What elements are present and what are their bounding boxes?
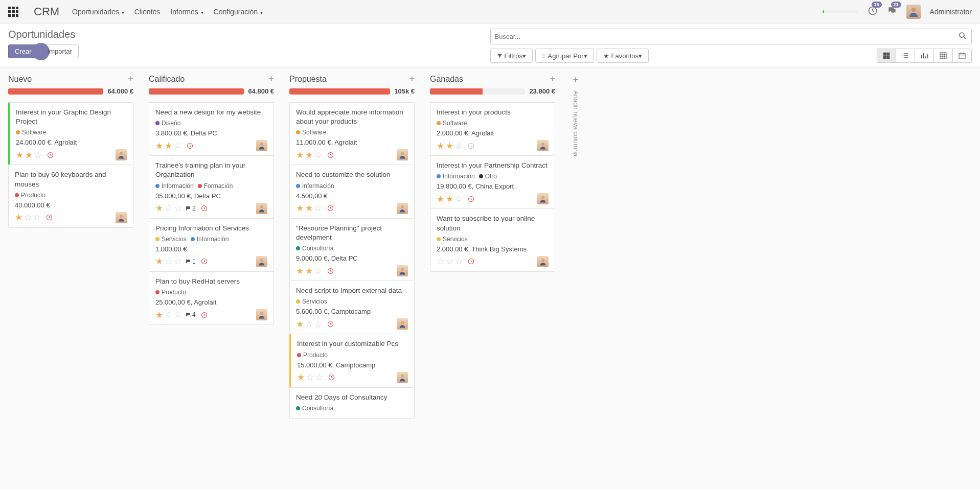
search-input[interactable] bbox=[495, 33, 959, 40]
star-icon[interactable]: ☆ bbox=[24, 213, 32, 222]
view-kanban[interactable] bbox=[877, 49, 896, 63]
kanban-card[interactable]: "Resource Planning" project develpment C… bbox=[289, 218, 415, 281]
star-icon[interactable]: ☆ bbox=[455, 195, 463, 203]
search-box[interactable] bbox=[490, 29, 972, 44]
star-icon[interactable]: ★ bbox=[446, 195, 453, 203]
assignee-avatar[interactable] bbox=[397, 318, 408, 330]
star-icon[interactable]: ★ bbox=[155, 204, 163, 213]
kanban-card[interactable]: Need to customize the solution Informaci… bbox=[289, 165, 415, 218]
add-column-label[interactable]: Añadir nueva columna bbox=[572, 90, 580, 156]
star-icon[interactable]: ☆ bbox=[305, 320, 313, 329]
assignee-avatar[interactable] bbox=[116, 149, 127, 160]
assignee-avatar[interactable] bbox=[397, 203, 408, 214]
star-icon[interactable]: ☆ bbox=[306, 373, 314, 382]
kanban-card[interactable]: Plan to buy 60 keyboards and mouses Prod… bbox=[8, 165, 133, 227]
kanban-card[interactable]: Interest in your Graphic Design Project … bbox=[8, 102, 133, 165]
star-icon[interactable]: ☆ bbox=[446, 257, 453, 266]
view-pivot[interactable] bbox=[933, 49, 953, 63]
star-icon[interactable]: ☆ bbox=[314, 204, 322, 213]
activity-clock-icon[interactable] bbox=[200, 311, 208, 319]
favorites-button[interactable]: ★Favoritos ▾ bbox=[597, 49, 649, 63]
kanban-card[interactable]: Trainee's training plan in your Organiza… bbox=[149, 155, 274, 218]
star-icon[interactable]: ☆ bbox=[174, 257, 181, 266]
menu-item-clientes[interactable]: Clientes bbox=[134, 8, 161, 16]
star-icon[interactable]: ☆ bbox=[314, 320, 322, 329]
star-icon[interactable]: ☆ bbox=[165, 204, 172, 213]
star-icon[interactable]: ★ bbox=[297, 373, 305, 382]
assignee-avatar[interactable] bbox=[256, 140, 267, 151]
assignee-avatar[interactable] bbox=[537, 140, 549, 151]
star-icon[interactable]: ★ bbox=[446, 142, 453, 150]
star-icon[interactable]: ★ bbox=[155, 311, 163, 319]
brand-title[interactable]: CRM bbox=[34, 5, 59, 18]
activity-clock-icon[interactable] bbox=[327, 320, 334, 328]
star-icon[interactable]: ★ bbox=[165, 142, 172, 150]
star-icon[interactable]: ☆ bbox=[33, 213, 41, 222]
star-icon[interactable]: ☆ bbox=[165, 257, 172, 266]
star-icon[interactable]: ☆ bbox=[455, 257, 463, 266]
apps-icon[interactable] bbox=[8, 7, 18, 17]
view-list[interactable] bbox=[896, 49, 915, 63]
activity-clock-icon[interactable] bbox=[327, 267, 334, 275]
add-column-icon[interactable]: + bbox=[573, 75, 579, 85]
column-add-icon[interactable]: + bbox=[550, 74, 555, 84]
column-add-icon[interactable]: + bbox=[128, 74, 133, 84]
assignee-avatar[interactable] bbox=[397, 149, 408, 160]
star-icon[interactable]: ★ bbox=[437, 142, 444, 150]
user-name[interactable]: Administrator bbox=[930, 8, 972, 16]
star-icon[interactable]: ★ bbox=[296, 204, 304, 213]
star-icon[interactable]: ☆ bbox=[174, 311, 181, 319]
menu-item-informes[interactable]: Informes ▾ bbox=[170, 8, 203, 16]
activity-clock-icon[interactable] bbox=[467, 258, 475, 265]
star-icon[interactable]: ★ bbox=[305, 267, 313, 275]
star-icon[interactable]: ★ bbox=[437, 195, 444, 203]
kanban-card[interactable]: Interest in your products Software 2.000… bbox=[430, 102, 555, 156]
star-icon[interactable]: ☆ bbox=[314, 151, 322, 159]
kanban-card[interactable]: Interest in your Partnership Contract In… bbox=[430, 155, 555, 209]
assignee-avatar[interactable] bbox=[116, 212, 127, 223]
star-icon[interactable]: ★ bbox=[155, 142, 163, 150]
search-icon[interactable] bbox=[958, 31, 967, 42]
star-icon[interactable]: ★ bbox=[155, 257, 163, 266]
assignee-avatar[interactable] bbox=[537, 193, 549, 204]
star-icon[interactable]: ★ bbox=[16, 151, 24, 159]
star-icon[interactable]: ☆ bbox=[314, 267, 322, 275]
messaging-icon[interactable]: 21 bbox=[887, 6, 897, 17]
assignee-avatar[interactable] bbox=[397, 265, 408, 276]
activity-clock-icon[interactable] bbox=[186, 142, 194, 150]
star-icon[interactable]: ☆ bbox=[455, 142, 463, 150]
kanban-card[interactable]: Need a new design for my website Diseño … bbox=[149, 102, 274, 156]
star-icon[interactable]: ★ bbox=[25, 151, 33, 159]
activity-clock-icon[interactable] bbox=[328, 374, 335, 381]
user-avatar[interactable] bbox=[906, 5, 921, 19]
column-add-icon[interactable]: + bbox=[268, 74, 274, 84]
star-icon[interactable]: ☆ bbox=[437, 257, 444, 266]
activity-clock-icon[interactable] bbox=[200, 204, 208, 212]
star-icon[interactable]: ★ bbox=[296, 151, 304, 159]
star-icon[interactable]: ☆ bbox=[174, 204, 181, 213]
assignee-avatar[interactable] bbox=[256, 309, 267, 320]
view-graph[interactable] bbox=[915, 49, 934, 63]
assignee-avatar[interactable] bbox=[537, 256, 549, 267]
activity-icon[interactable]: 16 bbox=[868, 6, 878, 17]
star-icon[interactable]: ☆ bbox=[315, 373, 323, 382]
import-button[interactable]: Importar bbox=[41, 44, 79, 58]
star-icon[interactable]: ★ bbox=[305, 204, 313, 213]
kanban-card[interactable]: Pricing Information of Services Servicio… bbox=[149, 218, 274, 272]
kanban-card[interactable]: Plan to buy RedHat servers Producto 25.0… bbox=[149, 271, 274, 325]
filters-button[interactable]: Filtros ▾ bbox=[490, 49, 533, 63]
activity-clock-icon[interactable] bbox=[45, 214, 53, 221]
groupby-button[interactable]: ≡Agrupar Por ▾ bbox=[535, 49, 594, 63]
star-icon[interactable]: ★ bbox=[296, 267, 304, 275]
star-icon[interactable]: ★ bbox=[305, 151, 313, 159]
star-icon[interactable]: ★ bbox=[15, 213, 22, 222]
star-icon[interactable]: ☆ bbox=[165, 311, 172, 319]
column-add-icon[interactable]: + bbox=[409, 74, 415, 84]
activity-clock-icon[interactable] bbox=[467, 195, 475, 203]
kanban-card[interactable]: Need 20 Days of Consultancy Consultoría bbox=[289, 387, 415, 419]
activity-clock-icon[interactable] bbox=[467, 142, 475, 150]
assignee-avatar[interactable] bbox=[256, 203, 267, 214]
view-calendar[interactable] bbox=[952, 49, 972, 63]
activity-clock-icon[interactable] bbox=[327, 151, 334, 159]
activity-clock-icon[interactable] bbox=[47, 151, 54, 159]
